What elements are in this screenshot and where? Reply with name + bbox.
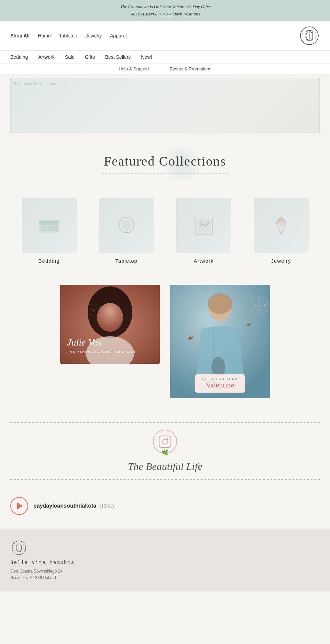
svg-point-26 bbox=[199, 221, 203, 224]
jewelry-placeholder-icon bbox=[267, 212, 295, 239]
collection-artwork-label: Artwork bbox=[194, 258, 214, 264]
announcement-hiring-link[interactable]: View Open Positions bbox=[163, 11, 200, 16]
nav-events[interactable]: Events & Promotions bbox=[169, 66, 211, 71]
top-nav-links: Shop All Home Tabletop Jewelry Apparel bbox=[10, 33, 126, 38]
main-nav: Bedding Artwork Sale Gifts Best Sellers … bbox=[0, 50, 330, 64]
collection-bedding-image bbox=[22, 198, 77, 253]
announcement-bar: The Countdown is On! Shop Valentine's Da… bbox=[0, 0, 330, 21]
collection-artwork[interactable]: Artwork bbox=[165, 198, 242, 264]
user-row: paydayloansouthdakota (13:31) bbox=[0, 490, 330, 522]
instagram-icon-wrap[interactable]: 🌿 bbox=[153, 430, 177, 454]
username-area: paydayloansouthdakota (13:31) bbox=[33, 503, 114, 509]
svg-text:A: A bbox=[302, 39, 303, 42]
tabletop-placeholder-icon bbox=[113, 212, 140, 239]
svg-text:🦋: 🦋 bbox=[246, 322, 251, 327]
nav-bedding[interactable]: Bedding bbox=[10, 54, 28, 60]
promo-section: ♡ ♡ Julie Vos The Perfect Valentine's Gi… bbox=[0, 271, 330, 412]
collection-jewelry[interactable]: Jewelry bbox=[242, 198, 320, 264]
nav-bestsellers[interactable]: Best Sellers bbox=[105, 54, 131, 60]
svg-marker-29 bbox=[276, 217, 286, 222]
collection-tabletop-image bbox=[99, 198, 154, 253]
featured-title: Featured Collections bbox=[104, 154, 226, 169]
promo-julie-subtitle: The Perfect Valentine's Gift bbox=[67, 350, 136, 353]
svg-point-32 bbox=[97, 303, 123, 332]
hero-bg bbox=[11, 78, 319, 133]
nav-sale[interactable]: Sale bbox=[65, 54, 75, 60]
footer-address-line1: Gen. Józefa Sowińskiego 24 bbox=[10, 568, 320, 575]
announcement-line1: The Countdown is On! Shop Valentine's Da… bbox=[7, 3, 323, 11]
instagram-divider-top bbox=[10, 422, 320, 423]
play-button[interactable] bbox=[10, 497, 28, 515]
nav-help[interactable]: Help & Support bbox=[119, 66, 149, 71]
announcement-line2: We're HIRING! > View Open Positions bbox=[7, 11, 323, 18]
footer-brand: Bella Vita Memphis bbox=[10, 560, 320, 565]
valentine-badge-main: Valentine bbox=[202, 381, 238, 389]
collection-grid: Bedding Tabletop Artwork bbox=[0, 188, 330, 271]
artwork-placeholder-icon bbox=[190, 212, 218, 239]
promo-julie-overlay: Julie Vos The Perfect Valentine's Gift bbox=[67, 337, 136, 353]
nav-jewelry[interactable]: Jewelry bbox=[86, 33, 102, 38]
svg-rect-16 bbox=[41, 229, 58, 230]
play-triangle-icon bbox=[17, 502, 23, 509]
nav-gifts[interactable]: Gifts bbox=[85, 54, 95, 60]
svg-rect-22 bbox=[197, 219, 211, 233]
podcast-timestamp: (13:31) bbox=[100, 504, 114, 509]
footer-logo-icon: B E L L A V I T A bbox=[10, 539, 28, 556]
svg-rect-15 bbox=[41, 226, 58, 228]
svg-text:A: A bbox=[23, 548, 24, 550]
instagram-plant-emoji: 🌿 bbox=[162, 449, 168, 456]
instagram-dot bbox=[167, 438, 168, 440]
featured-divider bbox=[100, 173, 230, 174]
promo-valentine-bg: 🦋 🦋 Gifts For Your Valentine bbox=[170, 285, 270, 398]
instagram-title: The Beautiful Life bbox=[10, 461, 320, 472]
collection-tabletop[interactable]: Tabletop bbox=[88, 198, 165, 264]
svg-point-18 bbox=[122, 220, 131, 230]
hero-banner: Bella Vita Gifts & Interiors bbox=[10, 78, 320, 133]
bedding-placeholder-icon bbox=[35, 212, 63, 239]
collection-jewelry-label: Jewelry bbox=[271, 258, 291, 264]
nav-apparel[interactable]: Apparel bbox=[110, 33, 126, 38]
nav-artwork[interactable]: Artwork bbox=[38, 54, 54, 60]
instagram-camera-icon bbox=[159, 436, 171, 448]
svg-rect-14 bbox=[39, 221, 59, 225]
valentine-badge-top: Gifts For Your bbox=[202, 377, 238, 381]
promo-card-valentine[interactable]: 🦋 🦋 Gifts For Your Valentine bbox=[170, 285, 270, 398]
footer-address-line2: Szczecin, 70-236 Poland bbox=[10, 575, 320, 581]
nav-tabletop[interactable]: Tabletop bbox=[59, 33, 77, 38]
footer: B E L L A V I T A Bella Vita Memphis Gen… bbox=[0, 529, 330, 591]
svg-point-38 bbox=[208, 293, 232, 314]
nav-new[interactable]: New! bbox=[141, 54, 152, 60]
nav-home[interactable]: Home bbox=[38, 33, 51, 38]
logo: B E L L A V I T A bbox=[299, 25, 320, 46]
svg-text:A: A bbox=[315, 37, 316, 39]
nav-shop-all[interactable]: Shop All bbox=[10, 33, 30, 38]
collection-bedding[interactable]: Bedding bbox=[10, 198, 88, 264]
collection-jewelry-image bbox=[254, 198, 309, 253]
promo-julie-signature: Julie Vos bbox=[67, 337, 136, 348]
promo-card-julie[interactable]: ♡ ♡ Julie Vos The Perfect Valentine's Gi… bbox=[60, 285, 160, 364]
promo-valentine-badge: Gifts For Your Valentine bbox=[195, 374, 245, 393]
top-nav: Shop All Home Tabletop Jewelry Apparel B… bbox=[0, 21, 330, 50]
svg-text:A: A bbox=[12, 549, 13, 551]
footer-logo-area: B E L L A V I T A bbox=[10, 539, 320, 556]
featured-collections-section: Featured Collections bbox=[0, 136, 330, 188]
svg-text:♡: ♡ bbox=[125, 319, 129, 323]
podcast-username: paydayloansouthdakota bbox=[33, 503, 96, 509]
promo-julie-bg: ♡ ♡ Julie Vos The Perfect Valentine's Gi… bbox=[60, 285, 160, 364]
svg-text:🦋: 🦋 bbox=[187, 335, 194, 341]
svg-text:♡: ♡ bbox=[91, 308, 96, 313]
instagram-section: 🌿 The Beautiful Life bbox=[0, 412, 330, 490]
announcement-hiring-prefix: We're HIRING! > bbox=[130, 11, 163, 16]
collection-tabletop-label: Tabletop bbox=[115, 258, 138, 264]
instagram-divider-bottom bbox=[10, 479, 320, 480]
secondary-nav: Help & Support Events & Promotions bbox=[0, 64, 330, 75]
collection-artwork-image bbox=[176, 198, 231, 253]
collection-bedding-label: Bedding bbox=[38, 258, 59, 264]
logo-icon: B E L L A V I T A bbox=[299, 25, 320, 46]
